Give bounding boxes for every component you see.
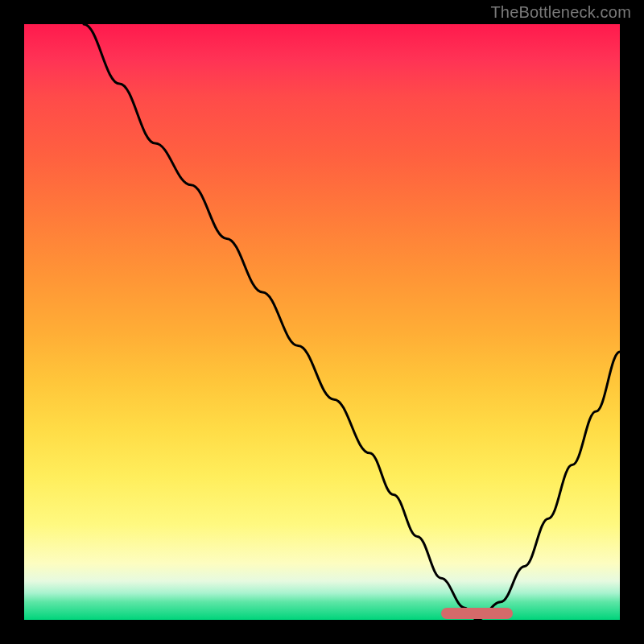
plot-area: [24, 24, 620, 620]
watermark-text: TheBottleneck.com: [490, 3, 631, 22]
chart-frame: TheBottleneck.com: [0, 0, 644, 644]
bottleneck-curve: [84, 24, 620, 620]
optimum-range-bar: [441, 608, 513, 619]
bottleneck-curve-svg: [24, 24, 620, 620]
